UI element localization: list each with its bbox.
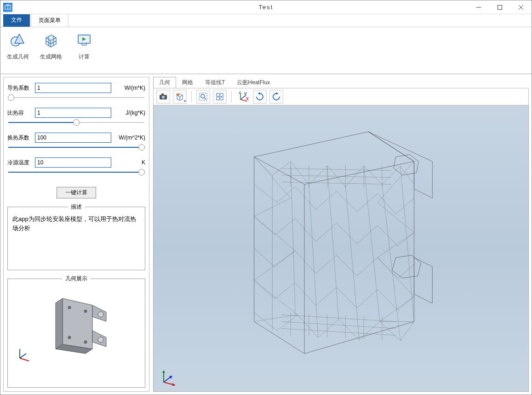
svg-rect-8 [82,43,86,45]
view-tab-mesh[interactable]: 网格 [176,77,199,88]
compute-label: 计算 [70,53,98,61]
svg-point-20 [84,341,87,343]
build-geometry-button[interactable]: 生成几何 [4,29,32,72]
svg-line-30 [204,98,206,99]
param-heat-transfer: 换热系数 W/(m^2*K) [7,133,145,155]
window-title: Test [0,4,532,11]
view-tabs: 几何 网格 等值线T 云图HeatFlux [153,77,529,88]
svg-line-23 [20,354,26,358]
svg-marker-44 [368,132,432,198]
param-specific-heat: 比热容 J/(kg*K) [7,108,145,130]
mesh-icon [37,29,65,51]
svg-line-52 [164,377,171,382]
svg-rect-27 [177,93,179,96]
svg-point-17 [68,306,71,309]
svg-marker-40 [254,132,414,354]
geometry-preview[interactable] [10,285,143,367]
geometry-preview-legend: 几何展示 [63,275,90,283]
param-cold-temp: 冷源温度 K [7,157,145,180]
graphics-panel: 几何 网格 等值线T 云图HeatFlux ▾ z [153,77,529,392]
one-click-calc-button[interactable]: 一键计算 [57,187,96,198]
geometry-preview-fieldset: 几何展示 [7,275,145,388]
rotate-ccw-button[interactable] [269,90,283,104]
tab-file[interactable]: 文件 [3,13,30,27]
wireframe-model [154,105,528,391]
parameters-panel: 导热系数 W/(m*K) 比热容 J/(kg*K) 换热系数 W/(m^2*K) [3,77,149,392]
view-tab-geometry[interactable]: 几何 [153,77,176,88]
titlebar: Test [0,0,532,14]
svg-marker-51 [172,383,176,386]
orientation-button[interactable]: z x y [236,90,250,104]
thermal-conductivity-label: 导热系数 [7,84,33,92]
svg-point-19 [84,310,87,313]
heat-transfer-label: 换热系数 [7,134,33,142]
heat-transfer-unit: W/(m^2*K) [113,134,145,141]
description-legend: 描述 [68,203,85,211]
heat-transfer-input[interactable] [35,133,111,143]
svg-line-22 [20,358,29,361]
cold-temp-input[interactable] [35,157,111,168]
svg-line-50 [164,382,174,385]
build-geometry-label: 生成几何 [4,53,32,61]
svg-point-29 [201,94,205,98]
tab-page-menu[interactable]: 页面菜单 [31,14,69,27]
ribbon-toolbar: 生成几何 生成网格 计算 [0,27,532,74]
build-mesh-button[interactable]: 生成网格 [37,29,65,72]
thermal-conductivity-unit: W/(m*K) [113,85,145,91]
param-thermal-conductivity: 导热系数 W/(m*K) [7,83,145,105]
svg-point-25 [162,96,165,99]
svg-point-15 [98,312,103,317]
preview-axis-triad-icon [16,343,34,362]
svg-marker-45 [414,257,433,303]
specific-heat-label: 比热容 [7,109,33,117]
build-mesh-label: 生成网格 [37,53,65,61]
geometry-icon [4,29,32,51]
svg-text:y: y [244,91,247,97]
thermal-conductivity-input[interactable] [35,83,111,93]
description-text: 此app为同步轮安装座模型，可以用于热对流热场分析 [10,213,143,268]
description-fieldset: 描述 此app为同步轮安装座模型，可以用于热对流热场分析 [7,203,145,270]
svg-line-41 [254,157,304,185]
snapshot-button[interactable] [156,90,170,104]
viewport-axis-triad-icon [160,367,178,386]
svg-marker-11 [56,298,63,349]
cold-temp-slider[interactable] [7,169,145,180]
ribbon-tabs: 文件 页面菜单 [0,14,532,27]
svg-marker-10 [63,298,92,349]
camera-icon [159,92,168,101]
compute-button[interactable]: 计算 [70,29,98,72]
cube-transparency-icon [175,92,184,101]
dropdown-caret-icon: ▾ [184,99,186,103]
zoom-extents-icon [215,92,224,101]
zoom-extents-button[interactable] [213,90,227,104]
heat-transfer-slider[interactable] [7,145,145,155]
svg-point-16 [98,337,103,343]
svg-marker-39 [276,92,278,95]
3d-viewport[interactable] [153,105,529,392]
svg-rect-26 [161,93,164,95]
cold-temp-label: 冷源温度 [7,159,33,167]
thermal-conductivity-slider[interactable] [7,95,145,105]
rotate-cw-icon [255,92,264,101]
toolbar-separator [231,91,232,102]
svg-point-18 [68,336,71,339]
transparency-button[interactable]: ▾ [173,90,187,104]
view-tab-cloud[interactable]: 云图HeatFlux [231,77,276,88]
svg-marker-38 [258,92,260,95]
svg-line-42 [304,162,414,185]
cold-temp-unit: K [113,159,145,166]
zoom-box-button[interactable] [196,90,210,104]
toolbar-separator [191,91,192,102]
svg-text:z: z [239,91,241,95]
rotate-ccw-icon [272,92,281,101]
compute-icon [70,29,98,51]
orientation-axis-icon: z x y [238,91,249,102]
view-tab-contour[interactable]: 等值线T [199,77,231,88]
zoom-box-icon [199,92,208,101]
svg-marker-49 [162,370,165,373]
specific-heat-unit: J/(kg*K) [113,110,145,116]
specific-heat-slider[interactable] [7,120,145,130]
rotate-cw-button[interactable] [253,90,267,104]
view-toolbar: ▾ z x y [153,88,529,105]
specific-heat-input[interactable] [35,108,111,118]
